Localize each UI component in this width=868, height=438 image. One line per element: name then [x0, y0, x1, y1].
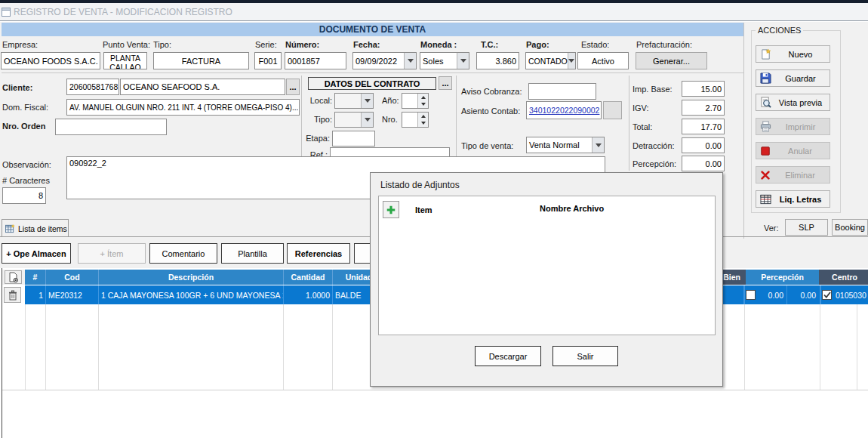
fecha-select[interactable]: 09/09/2022: [352, 52, 417, 69]
percepcion-label: Percepción:: [633, 159, 676, 168]
cell-percepcion-2[interactable]: 0.00: [788, 285, 818, 304]
stepper-up-icon[interactable]: [418, 94, 428, 101]
asiento-browse-button[interactable]: [603, 101, 622, 119]
percepcion-checkbox[interactable]: [746, 290, 756, 300]
tab-lista-de-items[interactable]: Lista de items: [2, 219, 69, 237]
cliente-browse-button[interactable]: ...: [286, 79, 300, 95]
col-header-cantidad: Cantidad: [284, 270, 332, 285]
add-row-button[interactable]: [5, 270, 22, 284]
cell-cantidad[interactable]: 1.0000: [284, 285, 332, 304]
stepper-down-icon[interactable]: [418, 120, 428, 128]
comentario-button[interactable]: Comentario: [149, 243, 217, 264]
cell-percepcion-1[interactable]: 0.00: [757, 285, 786, 304]
etapa-input[interactable]: [332, 131, 375, 147]
add-attachment-button[interactable]: [383, 201, 399, 218]
descargar-button[interactable]: Descargar: [475, 346, 541, 366]
eliminar-button[interactable]: Eliminar: [756, 166, 830, 184]
tc-input[interactable]: 3.860: [476, 52, 519, 69]
serie-input[interactable]: F001: [254, 52, 282, 69]
liq-letras-button[interactable]: Liq. Letras: [756, 190, 830, 208]
pago-select[interactable]: CONTADO: [525, 52, 576, 69]
dom-fiscal-input[interactable]: AV. MANUEL OLGUIN NRO. 211 INT. 4 (TORRE…: [66, 99, 300, 116]
anular-button[interactable]: Anular: [756, 142, 830, 159]
chevron-down-icon[interactable]: [568, 53, 575, 69]
caracteres-input[interactable]: 8: [2, 187, 46, 204]
imp-base-input[interactable]: 15.00: [682, 81, 725, 97]
percepcion-input[interactable]: 0.00: [682, 156, 725, 171]
imprimir-button[interactable]: Imprimir: [756, 118, 830, 135]
chevron-down-icon[interactable]: [361, 113, 373, 127]
nuevo-button[interactable]: Nuevo: [756, 45, 830, 63]
contrato-tipo-select[interactable]: [334, 112, 374, 128]
plantilla-button[interactable]: Plantilla: [221, 243, 284, 264]
booking-button[interactable]: Booking: [832, 219, 868, 236]
asiento-contab-link[interactable]: 3401022022090002: [529, 106, 599, 115]
grid-column-line: [332, 304, 333, 390]
col-header-cod: Cod: [46, 270, 98, 285]
printer-icon: [760, 121, 771, 132]
document-banner: DOCUMENTO DE VENTA: [2, 23, 743, 36]
header-divider: [98, 270, 99, 285]
nro-orden-label: Nro. Orden: [2, 122, 45, 131]
nro-orden-input[interactable]: [55, 119, 167, 135]
chevron-down-icon[interactable]: [592, 137, 604, 153]
cell-descripcion[interactable]: 1 CAJA MAYONESA 100GR + 6 UND MAYONESA 1: [99, 285, 283, 304]
tipo-venta-select[interactable]: Venta Normal: [526, 137, 605, 153]
cell-num[interactable]: 1: [25, 285, 45, 304]
section-divider: [2, 72, 743, 73]
print-preview-icon: [760, 97, 771, 108]
generar-button[interactable]: Generar...: [636, 52, 707, 69]
window-title: REGISTRO DE VENTA - MODIFICACION REGISTR…: [14, 7, 232, 17]
detraccion-input[interactable]: 0.00: [682, 137, 725, 153]
cell-cod[interactable]: ME20312: [46, 285, 98, 304]
row-divider: [820, 285, 821, 304]
nro-stepper[interactable]: [402, 112, 429, 128]
stop-square-icon: [760, 146, 771, 156]
row-header-cell: [2, 285, 25, 304]
salir-button[interactable]: Salir: [553, 346, 618, 366]
imp-base-label: Imp. Base:: [633, 85, 673, 94]
item-button[interactable]: + Ítem: [78, 243, 146, 264]
cliente-nombre-input[interactable]: OCEANO SEAFOOD S.A.: [120, 79, 285, 95]
contrato-browse-button[interactable]: ...: [439, 76, 452, 90]
punto-venta-input[interactable]: PLANTA CALLAO: [103, 52, 147, 69]
delete-row-button[interactable]: [4, 287, 21, 303]
row-divider: [283, 285, 284, 304]
col-header-descripcion: Descripción: [99, 270, 283, 285]
observacion-label: Observación:: [2, 160, 51, 169]
referencias-button[interactable]: Referencias: [287, 243, 350, 264]
empresa-input[interactable]: OCEANO FOODS S.A.C.: [1, 52, 100, 69]
moneda-select[interactable]: Soles: [420, 52, 469, 69]
form-right-divider: [743, 23, 744, 239]
header-divider: [332, 270, 333, 285]
ope-almacen-button[interactable]: + Ope Almacen: [2, 243, 71, 264]
estado-input[interactable]: Activo: [577, 52, 629, 69]
chevron-down-icon[interactable]: [457, 53, 469, 69]
etapa-label: Etapa:: [306, 134, 330, 143]
ano-stepper[interactable]: [402, 93, 429, 109]
igv-input[interactable]: 2.70: [682, 100, 725, 116]
vista-previa-button[interactable]: Vista previa: [756, 94, 830, 111]
chevron-down-icon[interactable]: [404, 53, 416, 69]
estado-label: Estado:: [581, 40, 609, 49]
stepper-down-icon[interactable]: [418, 101, 428, 109]
stepper-up-icon[interactable]: [418, 113, 428, 120]
pago-label: Pago:: [526, 40, 549, 49]
col-header-num: #: [25, 270, 45, 285]
local-select[interactable]: [334, 93, 374, 109]
chevron-down-icon[interactable]: [361, 94, 373, 108]
local-label: Local:: [310, 96, 332, 105]
centro-checkbox[interactable]: [822, 290, 832, 300]
cell-centro[interactable]: 0105030: [833, 285, 868, 304]
tipo-venta-label: Tipo de venta:: [461, 141, 513, 150]
aviso-cobranza-label: Aviso Cobranza:: [461, 87, 522, 96]
numero-input[interactable]: 0001857: [285, 52, 346, 69]
guardar-button[interactable]: Guardar: [756, 69, 830, 87]
cliente-ruc-input[interactable]: 20600581768: [66, 79, 119, 95]
ver-label: Ver:: [764, 224, 779, 233]
slp-button[interactable]: SLP: [785, 219, 828, 236]
row-divider: [786, 285, 787, 304]
aviso-cobranza-input[interactable]: [528, 83, 596, 100]
total-input[interactable]: 17.70: [682, 119, 725, 134]
tipo-input[interactable]: FACTURA: [153, 52, 249, 69]
